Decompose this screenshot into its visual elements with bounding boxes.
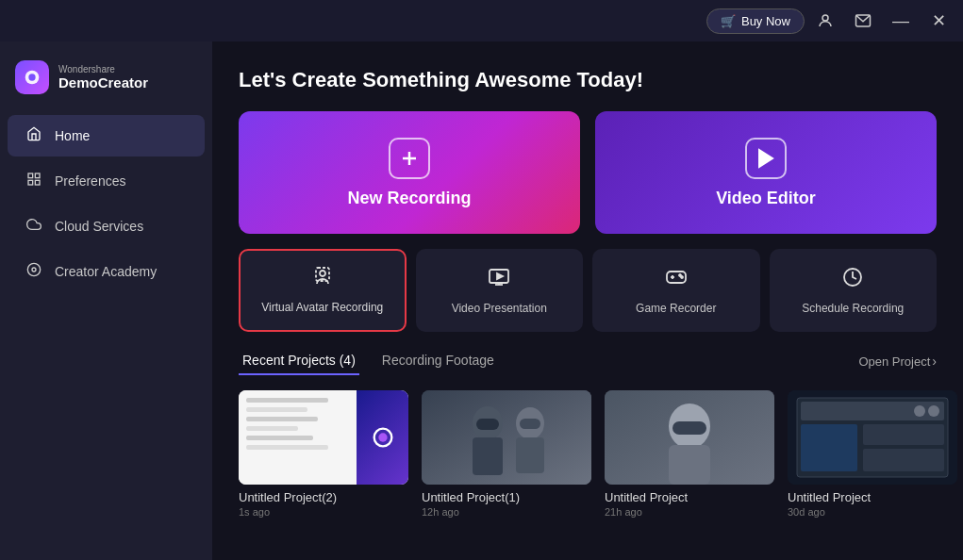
svg-rect-7 [35,180,40,185]
logo-area: Wondershare DemoCreator [0,53,212,113]
project-name: Untitled Project(1) [422,490,591,504]
mail-icon [855,12,872,29]
video-editor-icon [745,138,787,179]
svg-point-8 [27,263,40,275]
sidebar-item-preferences-label: Preferences [55,173,125,189]
video-presentation-icon [488,266,510,294]
sidebar-item-home-label: Home [55,128,90,143]
svg-rect-32 [516,437,544,473]
project-name: Untitled Project [788,490,957,504]
cloud-icon [25,217,43,236]
buy-now-label: Buy Now [741,14,790,28]
sub-card-game-recorder[interactable]: Game Recorder [592,249,760,332]
sidebar-item-creator-academy[interactable]: Creator Academy [8,251,205,292]
sidebar-item-home[interactable]: Home [8,115,205,156]
tab-recent-projects[interactable]: Recent Projects (4) [239,347,359,375]
user-icon-button[interactable] [808,6,842,36]
preferences-icon [25,172,43,190]
home-icon [25,126,43,145]
tab-recording-footage[interactable]: Recording Footage [378,347,498,375]
svg-point-23 [681,276,683,278]
sidebar: Wondershare DemoCreator Home Preferenc [0,41,212,560]
sub-card-virtual-avatar[interactable]: Virtual Avatar Recording [239,249,407,332]
svg-marker-12 [759,150,772,167]
top-cards: New Recording Video Editor [239,111,937,234]
virtual-avatar-label: Virtual Avatar Recording [257,301,387,316]
virtual-avatar-icon [311,265,334,293]
new-recording-icon [389,138,430,179]
logo-icon [15,60,49,94]
project-item[interactable]: Untitled Project(1) 12h ago [422,390,591,518]
video-presentation-label: Video Presentation [452,302,547,315]
svg-point-26 [378,433,387,441]
svg-rect-4 [28,173,33,178]
svg-point-3 [28,74,35,80]
project-thumbnail [422,390,591,485]
project-time: 21h ago [605,506,774,518]
svg-point-0 [822,15,828,21]
svg-rect-37 [672,421,706,435]
video-editor-card[interactable]: Video Editor [595,111,937,234]
project-item[interactable]: Untitled Project(2) 1s ago [239,390,408,518]
app-body: Wondershare DemoCreator Home Preferenc [0,41,963,560]
new-recording-label: New Recording [347,189,471,208]
project-thumbnail [788,390,957,485]
page-title: Let's Create Something Awesome Today! [239,68,937,92]
sidebar-item-cloud-services[interactable]: Cloud Services [8,206,205,247]
svg-point-44 [914,405,925,417]
project-time: 30d ago [788,506,957,518]
svg-rect-41 [801,424,857,471]
svg-point-45 [928,405,939,417]
logo-text: Wondershare DemoCreator [58,64,148,91]
project-name: Untitled Project [605,490,774,504]
chevron-right-icon: › [932,354,937,369]
svg-rect-36 [669,445,710,485]
svg-marker-18 [497,273,503,279]
game-recorder-icon [665,266,688,294]
logo-subtitle: Wondershare [58,64,148,74]
sidebar-item-cloud-label: Cloud Services [55,219,143,234]
mail-icon-button[interactable] [846,6,880,36]
tabs-row: Recent Projects (4) Recording Footage Op… [239,347,937,375]
game-recorder-label: Game Recorder [636,302,716,315]
logo-title: DemoCreator [58,74,148,91]
svg-rect-33 [520,419,540,429]
sidebar-item-preferences[interactable]: Preferences [8,160,205,202]
svg-point-9 [32,268,36,272]
sub-card-schedule-recording[interactable]: Schedule Recording [770,249,938,332]
svg-rect-42 [863,424,944,445]
svg-point-14 [320,271,325,276]
titlebar: 🛒 Buy Now — ✕ [0,0,963,41]
buy-now-button[interactable]: 🛒 Buy Now [706,8,805,34]
project-thumbnail [239,390,408,485]
svg-rect-6 [28,180,33,185]
svg-rect-43 [863,449,944,471]
schedule-recording-label: Schedule Recording [802,302,904,315]
sub-card-video-presentation[interactable]: Video Presentation [416,249,584,332]
svg-rect-5 [35,173,40,178]
svg-rect-27 [422,390,591,485]
project-time: 12h ago [422,506,591,518]
projects-grid: Untitled Project(2) 1s ago [239,390,937,518]
svg-rect-30 [476,419,499,430]
academy-icon [25,262,43,281]
project-item[interactable]: Untitled Project 21h ago [605,390,774,518]
project-thumbnail [605,390,774,485]
sub-cards: Virtual Avatar Recording Video Presentat… [239,249,937,332]
close-button[interactable]: ✕ [921,6,955,36]
main-content: Let's Create Something Awesome Today! Ne… [212,41,963,560]
brand-icon [22,67,42,88]
video-editor-label: Video Editor [716,189,816,208]
open-project-link[interactable]: Open Project › [858,354,937,369]
project-item[interactable]: Untitled Project 30d ago [788,390,957,518]
sidebar-item-academy-label: Creator Academy [55,264,157,279]
minimize-button[interactable]: — [884,6,918,36]
cart-icon: 🛒 [721,14,736,28]
user-icon [817,12,834,29]
schedule-recording-icon [841,266,864,294]
tabs: Recent Projects (4) Recording Footage [239,347,517,375]
project-name: Untitled Project(2) [239,490,408,504]
svg-rect-29 [473,437,503,475]
new-recording-card[interactable]: New Recording [239,111,580,234]
project-time: 1s ago [239,506,408,518]
